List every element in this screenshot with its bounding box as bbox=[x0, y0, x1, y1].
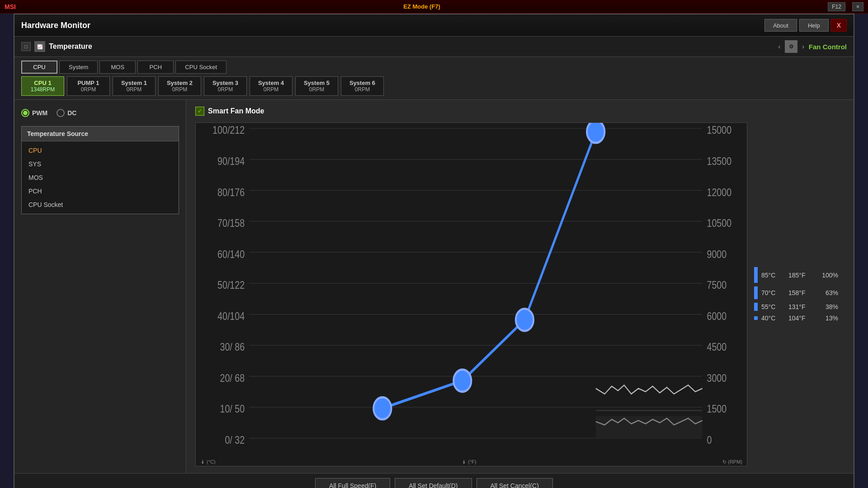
top-bar-center: EZ Mode (F7) bbox=[403, 3, 440, 10]
unit-rpm-icon: ↻ (RPM) bbox=[722, 459, 742, 465]
svg-text:10/ 50: 10/ 50 bbox=[220, 403, 245, 415]
temp-source-item-pch[interactable]: PCH bbox=[22, 184, 179, 198]
bottom-btn-2[interactable]: All Set Cancel(C) bbox=[476, 478, 553, 488]
close-button[interactable]: X bbox=[831, 19, 847, 32]
fan-rpm-system-5[interactable]: System 50RPM bbox=[295, 76, 338, 96]
legend-temp-c-3: 40°C bbox=[761, 314, 784, 322]
nav-collapse-button[interactable]: □ bbox=[21, 42, 31, 51]
temp-tab-system[interactable]: System bbox=[59, 61, 98, 74]
smart-fan-checkbox[interactable]: ✓ bbox=[195, 107, 204, 116]
legend-bar-2 bbox=[754, 303, 758, 311]
legend-bar-0 bbox=[754, 267, 758, 283]
temp-source-header: Temperature Source bbox=[22, 127, 179, 141]
fan-rpm-system-2[interactable]: System 20RPM bbox=[158, 76, 201, 96]
svg-text:0: 0 bbox=[707, 434, 712, 446]
temp-tab-pch[interactable]: PCH bbox=[137, 61, 174, 74]
top-bar-right: F12 × bbox=[828, 2, 863, 11]
chart-area: ✓ Smart Fan Mode bbox=[186, 100, 854, 473]
fan-rpm-pump-1[interactable]: PUMP 10RPM bbox=[67, 76, 110, 96]
temp-tab-mos[interactable]: MOS bbox=[99, 61, 136, 74]
svg-text:7500: 7500 bbox=[707, 279, 727, 291]
pwm-dc-row: PWM DC bbox=[21, 109, 179, 117]
svg-text:13500: 13500 bbox=[707, 155, 732, 168]
legend-pct-3: 13% bbox=[818, 314, 838, 322]
fan-rpm-system-3[interactable]: System 30RPM bbox=[204, 76, 247, 96]
temp-source-item-sys[interactable]: SYS bbox=[22, 157, 179, 171]
nav-title: Temperature bbox=[49, 42, 92, 51]
fan-tab-area: CPUSystemMOSPCHCPU Socket CPU 11348RPMPU… bbox=[14, 57, 854, 100]
legend-pct-2: 38% bbox=[818, 303, 838, 310]
left-panel: PWM DC Temperature Source CPUSYSMOSPCHCP… bbox=[14, 100, 186, 473]
nav-bar: □ 📈 Temperature ‹ ⚙ › Fan Control bbox=[14, 37, 854, 57]
svg-text:20/ 68: 20/ 68 bbox=[220, 372, 245, 385]
temp-source-item-cpu-socket[interactable]: CPU Socket bbox=[22, 198, 179, 211]
dc-radio-circle bbox=[57, 109, 65, 117]
top-bar: MSI EZ Mode (F7) F12 × bbox=[0, 0, 868, 14]
top-close-button[interactable]: × bbox=[852, 2, 863, 11]
legend-temp-f-0: 185°F bbox=[788, 272, 813, 279]
pwm-label: PWM bbox=[32, 109, 47, 117]
help-button[interactable]: Help bbox=[799, 19, 829, 32]
chart-main[interactable]: 100/212 90/194 80/176 70/158 60/140 50/1… bbox=[195, 122, 747, 466]
smart-fan-label: Smart Fan Mode bbox=[208, 107, 264, 115]
temp-source-item-cpu[interactable]: CPU bbox=[22, 144, 179, 157]
fan-rpm-system-6[interactable]: System 60RPM bbox=[341, 76, 384, 96]
svg-text:70/158: 70/158 bbox=[217, 217, 245, 230]
chart-point-2 bbox=[453, 370, 471, 392]
legend-temp-c-1: 70°C bbox=[761, 289, 784, 296]
dc-radio[interactable]: DC bbox=[57, 109, 76, 117]
legend-temp-f-1: 158°F bbox=[788, 289, 813, 296]
svg-text:6000: 6000 bbox=[707, 310, 727, 323]
svg-text:60/140: 60/140 bbox=[217, 248, 245, 261]
bottom-btn-1[interactable]: All Set Default(D) bbox=[395, 478, 472, 488]
bottom-btn-0[interactable]: All Full Speed(F) bbox=[315, 478, 390, 488]
legend-temp-f-3: 104°F bbox=[788, 314, 813, 322]
svg-text:9000: 9000 bbox=[707, 248, 727, 261]
unit-celsius-icon: 🌡 (°C) bbox=[200, 459, 216, 465]
about-button[interactable]: About bbox=[764, 19, 797, 32]
temp-tab-cpu-socket[interactable]: CPU Socket bbox=[175, 61, 226, 74]
f12-button[interactable]: F12 bbox=[828, 2, 845, 11]
svg-text:15000: 15000 bbox=[707, 124, 732, 136]
legend-bar-3 bbox=[754, 316, 758, 320]
legend-temps-3: 40°C 104°F 13% bbox=[761, 314, 838, 322]
legend-temp-f-2: 131°F bbox=[788, 303, 813, 310]
fan-rpm-system-4[interactable]: System 40RPM bbox=[250, 76, 292, 96]
temp-source-list: CPUSYSMOSPCHCPU Socket bbox=[22, 141, 179, 214]
fan-rpm-cpu-1[interactable]: CPU 11348RPM bbox=[21, 76, 64, 96]
nav-arrow-left[interactable]: ‹ bbox=[778, 43, 781, 50]
temp-tab-cpu[interactable]: CPU bbox=[21, 61, 57, 74]
bottom-buttons: All Full Speed(F)All Set Default(D)All S… bbox=[14, 473, 854, 488]
fan-rpm-system-1[interactable]: System 10RPM bbox=[113, 76, 156, 96]
legend-row-1: 70°C 158°F 63% bbox=[754, 286, 844, 299]
legend-temp-c-0: 85°C bbox=[761, 272, 784, 279]
legend-temps-1: 70°C 158°F 63% bbox=[761, 289, 838, 296]
temp-source-item-mos[interactable]: MOS bbox=[22, 171, 179, 184]
svg-text:12000: 12000 bbox=[707, 186, 732, 199]
dc-label: DC bbox=[67, 109, 76, 117]
chart-legend: 85°C 185°F 100% 70°C 158°F 63% 55°C 131°… bbox=[754, 122, 844, 466]
svg-text:3000: 3000 bbox=[707, 372, 727, 385]
svg-text:30/ 86: 30/ 86 bbox=[220, 341, 245, 353]
svg-text:0/ 32: 0/ 32 bbox=[225, 434, 245, 446]
legend-temps-0: 85°C 185°F 100% bbox=[761, 272, 838, 279]
window-titlebar: Hardware Monitor About Help X bbox=[14, 14, 854, 37]
pwm-radio-circle bbox=[21, 109, 29, 117]
legend-bar-1 bbox=[754, 286, 758, 299]
smart-fan-header: ✓ Smart Fan Mode bbox=[195, 107, 844, 116]
pwm-radio[interactable]: PWM bbox=[21, 109, 47, 117]
chart-point-4 bbox=[587, 123, 604, 143]
temp-tabs: CPUSystemMOSPCHCPU Socket bbox=[21, 61, 847, 74]
chart-container: 100/212 90/194 80/176 70/158 60/140 50/1… bbox=[195, 122, 844, 466]
svg-text:50/122: 50/122 bbox=[217, 279, 245, 291]
temp-source-dropdown[interactable]: Temperature Source CPUSYSMOSPCHCPU Socke… bbox=[21, 126, 179, 214]
svg-text:1500: 1500 bbox=[707, 403, 727, 415]
svg-text:100/212: 100/212 bbox=[212, 124, 245, 136]
fan-control-label: Fan Control bbox=[809, 43, 847, 51]
content-area: PWM DC Temperature Source CPUSYSMOSPCHCP… bbox=[14, 100, 854, 473]
chart-point-1 bbox=[373, 397, 391, 419]
chart-point-3 bbox=[516, 309, 533, 331]
unit-fahrenheit-icon: 🌡 (°F) bbox=[462, 459, 476, 465]
main-window: Hardware Monitor About Help X □ 📈 Temper… bbox=[14, 14, 854, 488]
svg-text:4500: 4500 bbox=[707, 341, 727, 353]
